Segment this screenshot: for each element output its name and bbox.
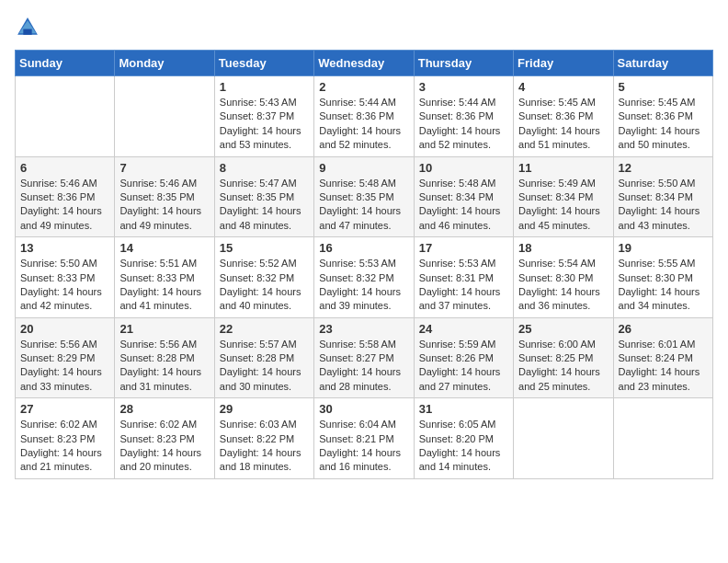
calendar-cell: 19Sunrise: 5:55 AMSunset: 8:30 PMDayligh… — [613, 237, 712, 318]
calendar-cell: 6Sunrise: 5:46 AMSunset: 8:36 PMDaylight… — [16, 156, 115, 237]
cell-content: Sunrise: 5:50 AMSunset: 8:33 PMDaylight:… — [20, 257, 109, 314]
day-header-sunday: Sunday — [16, 51, 115, 76]
calendar-cell: 9Sunrise: 5:48 AMSunset: 8:35 PMDaylight… — [314, 156, 414, 237]
calendar-cell: 18Sunrise: 5:54 AMSunset: 8:30 PMDayligh… — [514, 237, 613, 318]
calendar-cell: 15Sunrise: 5:52 AMSunset: 8:32 PMDayligh… — [214, 237, 313, 318]
cell-content: Sunrise: 5:52 AMSunset: 8:32 PMDaylight:… — [220, 257, 309, 314]
calendar-cell: 21Sunrise: 5:56 AMSunset: 8:28 PMDayligh… — [115, 317, 214, 398]
day-number: 22 — [220, 322, 309, 336]
cell-content: Sunrise: 5:59 AMSunset: 8:26 PMDaylight:… — [419, 338, 508, 395]
day-number: 11 — [518, 161, 608, 175]
calendar-week-3: 13Sunrise: 5:50 AMSunset: 8:33 PMDayligh… — [16, 237, 713, 318]
cell-content: Sunrise: 5:44 AMSunset: 8:36 PMDaylight:… — [319, 96, 408, 153]
day-header-tuesday: Tuesday — [214, 51, 313, 76]
cell-content: Sunrise: 5:56 AMSunset: 8:28 PMDaylight:… — [119, 338, 209, 395]
day-number: 28 — [119, 402, 209, 416]
day-number: 10 — [419, 161, 508, 175]
calendar-cell: 31Sunrise: 6:05 AMSunset: 8:20 PMDayligh… — [414, 398, 513, 479]
calendar-cell — [16, 76, 115, 157]
calendar-cell: 30Sunrise: 6:04 AMSunset: 8:21 PMDayligh… — [314, 398, 414, 479]
day-number: 4 — [518, 80, 608, 94]
calendar-cell — [514, 398, 613, 479]
calendar-cell: 3Sunrise: 5:44 AMSunset: 8:36 PMDaylight… — [414, 76, 513, 157]
cell-content: Sunrise: 5:46 AMSunset: 8:35 PMDaylight:… — [119, 177, 209, 234]
cell-content: Sunrise: 5:48 AMSunset: 8:35 PMDaylight:… — [319, 177, 408, 234]
calendar-cell: 26Sunrise: 6:01 AMSunset: 8:24 PMDayligh… — [613, 317, 712, 398]
cell-content: Sunrise: 5:51 AMSunset: 8:33 PMDaylight:… — [119, 257, 209, 314]
cell-content: Sunrise: 5:50 AMSunset: 8:34 PMDaylight:… — [619, 177, 708, 234]
calendar-cell: 10Sunrise: 5:48 AMSunset: 8:34 PMDayligh… — [414, 156, 513, 237]
calendar-cell: 11Sunrise: 5:49 AMSunset: 8:34 PMDayligh… — [514, 156, 613, 237]
cell-content: Sunrise: 5:53 AMSunset: 8:32 PMDaylight:… — [319, 257, 408, 314]
calendar-cell: 28Sunrise: 6:02 AMSunset: 8:23 PMDayligh… — [115, 398, 214, 479]
calendar-cell: 22Sunrise: 5:57 AMSunset: 8:28 PMDayligh… — [214, 317, 313, 398]
day-number: 8 — [220, 161, 309, 175]
cell-content: Sunrise: 5:47 AMSunset: 8:35 PMDaylight:… — [220, 177, 309, 234]
calendar-cell: 5Sunrise: 5:45 AMSunset: 8:36 PMDaylight… — [613, 76, 712, 157]
calendar-cell: 29Sunrise: 6:03 AMSunset: 8:22 PMDayligh… — [214, 398, 313, 479]
cell-content: Sunrise: 6:00 AMSunset: 8:25 PMDaylight:… — [518, 338, 608, 395]
cell-content: Sunrise: 5:53 AMSunset: 8:31 PMDaylight:… — [419, 257, 508, 314]
calendar-cell: 16Sunrise: 5:53 AMSunset: 8:32 PMDayligh… — [314, 237, 414, 318]
day-number: 13 — [20, 241, 109, 255]
day-number: 2 — [319, 80, 408, 94]
calendar-week-1: 1Sunrise: 5:43 AMSunset: 8:37 PMDaylight… — [16, 76, 713, 157]
logo-icon — [15, 15, 40, 40]
calendar-week-4: 20Sunrise: 5:56 AMSunset: 8:29 PMDayligh… — [16, 317, 713, 398]
day-number: 23 — [319, 322, 408, 336]
cell-content: Sunrise: 6:02 AMSunset: 8:23 PMDaylight:… — [20, 418, 109, 475]
cell-content: Sunrise: 6:02 AMSunset: 8:23 PMDaylight:… — [119, 418, 209, 475]
calendar-week-2: 6Sunrise: 5:46 AMSunset: 8:36 PMDaylight… — [16, 156, 713, 237]
day-number: 9 — [319, 161, 408, 175]
day-number: 12 — [619, 161, 708, 175]
calendar-cell: 2Sunrise: 5:44 AMSunset: 8:36 PMDaylight… — [314, 76, 414, 157]
calendar-cell: 4Sunrise: 5:45 AMSunset: 8:36 PMDaylight… — [514, 76, 613, 157]
page-header — [15, 15, 713, 40]
calendar-header-row: SundayMondayTuesdayWednesdayThursdayFrid… — [16, 51, 713, 76]
calendar-cell: 25Sunrise: 6:00 AMSunset: 8:25 PMDayligh… — [514, 317, 613, 398]
cell-content: Sunrise: 5:46 AMSunset: 8:36 PMDaylight:… — [20, 177, 109, 234]
day-number: 29 — [220, 402, 309, 416]
day-number: 18 — [518, 241, 608, 255]
calendar-cell: 23Sunrise: 5:58 AMSunset: 8:27 PMDayligh… — [314, 317, 414, 398]
day-number: 24 — [419, 322, 508, 336]
cell-content: Sunrise: 5:49 AMSunset: 8:34 PMDaylight:… — [518, 177, 608, 234]
cell-content: Sunrise: 5:57 AMSunset: 8:28 PMDaylight:… — [220, 338, 309, 395]
calendar-cell: 20Sunrise: 5:56 AMSunset: 8:29 PMDayligh… — [16, 317, 115, 398]
day-number: 17 — [419, 241, 508, 255]
cell-content: Sunrise: 5:44 AMSunset: 8:36 PMDaylight:… — [419, 96, 508, 153]
calendar-cell: 1Sunrise: 5:43 AMSunset: 8:37 PMDaylight… — [214, 76, 313, 157]
calendar-cell: 7Sunrise: 5:46 AMSunset: 8:35 PMDaylight… — [115, 156, 214, 237]
day-number: 27 — [20, 402, 109, 416]
cell-content: Sunrise: 6:01 AMSunset: 8:24 PMDaylight:… — [619, 338, 708, 395]
day-number: 30 — [319, 402, 408, 416]
calendar-cell: 8Sunrise: 5:47 AMSunset: 8:35 PMDaylight… — [214, 156, 313, 237]
calendar-week-5: 27Sunrise: 6:02 AMSunset: 8:23 PMDayligh… — [16, 398, 713, 479]
calendar-cell: 13Sunrise: 5:50 AMSunset: 8:33 PMDayligh… — [16, 237, 115, 318]
day-number: 5 — [619, 80, 708, 94]
cell-content: Sunrise: 5:55 AMSunset: 8:30 PMDaylight:… — [619, 257, 708, 314]
day-number: 25 — [518, 322, 608, 336]
day-number: 1 — [220, 80, 309, 94]
cell-content: Sunrise: 6:05 AMSunset: 8:20 PMDaylight:… — [419, 418, 508, 475]
cell-content: Sunrise: 6:04 AMSunset: 8:21 PMDaylight:… — [319, 418, 408, 475]
calendar-cell: 14Sunrise: 5:51 AMSunset: 8:33 PMDayligh… — [115, 237, 214, 318]
day-header-thursday: Thursday — [414, 51, 513, 76]
day-number: 20 — [20, 322, 109, 336]
day-number: 3 — [419, 80, 508, 94]
day-number: 14 — [119, 241, 209, 255]
calendar-cell: 12Sunrise: 5:50 AMSunset: 8:34 PMDayligh… — [613, 156, 712, 237]
day-number: 31 — [419, 402, 508, 416]
cell-content: Sunrise: 5:54 AMSunset: 8:30 PMDaylight:… — [518, 257, 608, 314]
svg-rect-2 — [23, 29, 31, 35]
calendar-cell: 24Sunrise: 5:59 AMSunset: 8:26 PMDayligh… — [414, 317, 513, 398]
cell-content: Sunrise: 5:58 AMSunset: 8:27 PMDaylight:… — [319, 338, 408, 395]
day-number: 6 — [20, 161, 109, 175]
calendar-cell — [613, 398, 712, 479]
cell-content: Sunrise: 5:56 AMSunset: 8:29 PMDaylight:… — [20, 338, 109, 395]
day-header-friday: Friday — [514, 51, 613, 76]
logo — [15, 15, 42, 40]
day-number: 7 — [119, 161, 209, 175]
cell-content: Sunrise: 5:45 AMSunset: 8:36 PMDaylight:… — [518, 96, 608, 153]
cell-content: Sunrise: 6:03 AMSunset: 8:22 PMDaylight:… — [220, 418, 309, 475]
